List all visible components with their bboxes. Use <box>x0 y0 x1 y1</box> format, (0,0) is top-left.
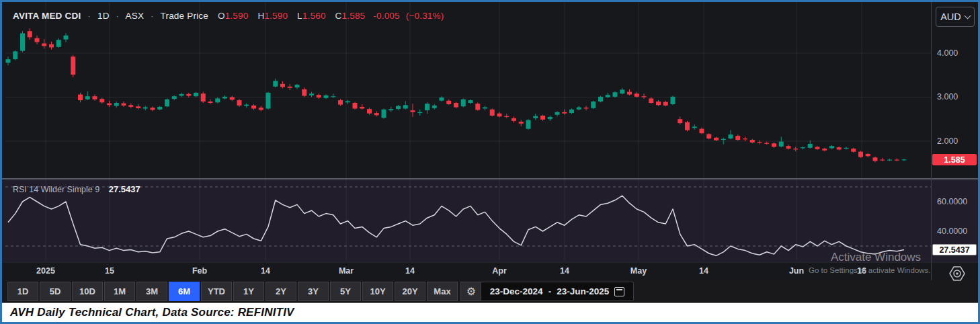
time-axis-label: 14 <box>405 262 415 280</box>
time-axis-label: Feb <box>192 262 207 280</box>
range-button-2y[interactable]: 2Y <box>266 282 296 301</box>
range-button-3m[interactable]: 3M <box>136 282 167 301</box>
price-axis-tick: 3.000 <box>937 92 958 102</box>
symbol-header[interactable]: AVITA MED CDI · 1D · ASX · Trade Price O… <box>13 11 444 23</box>
range-button-10y[interactable]: 10Y <box>362 282 393 301</box>
caption-band: AVH Daily Technical Chart, Data Source: … <box>2 302 978 322</box>
close-value: 1.585 <box>342 11 366 21</box>
separator-dot: · <box>151 11 154 21</box>
price-axis-divider <box>931 2 932 280</box>
pane-separator[interactable] <box>2 178 978 179</box>
range-button-6m[interactable]: 6M <box>169 282 200 301</box>
currency-dropdown[interactable]: AUD <box>936 7 975 27</box>
toolbar-overlay: 1D5D10D1M3M6MYTD1Y2Y3Y5Y10Y20YMax ⚙ 23-D… <box>2 280 978 302</box>
series-type-label: Trade Price <box>161 11 208 21</box>
time-axis-label: 14 <box>699 262 708 280</box>
close-label: C <box>335 11 342 21</box>
high-value: 1.590 <box>264 11 288 21</box>
price-axis-tick: 2.000 <box>937 136 958 146</box>
currency-label: AUD <box>940 11 961 22</box>
open-value: 1.590 <box>225 11 249 21</box>
time-axis-label: 16 <box>857 262 866 280</box>
range-button-20y[interactable]: 20Y <box>395 282 425 301</box>
rsi-label[interactable]: RSI 14 Wilder Simple 9 <box>13 185 99 194</box>
symbol-name[interactable]: AVITA MED CDI <box>13 11 81 21</box>
timezone-target-icon[interactable] <box>948 266 967 282</box>
range-button-10d[interactable]: 10D <box>72 282 103 301</box>
gear-icon: ⚙ <box>466 285 476 298</box>
time-axis-labels: 202515Feb14Mar14Apr14May14Jun16 <box>2 262 931 280</box>
time-axis-label: Jun <box>789 262 804 280</box>
time-axis-label: 14 <box>560 262 569 280</box>
time-axis-label: 15 <box>105 262 114 280</box>
change-value: -0.005 <box>373 11 399 21</box>
range-button-1y[interactable]: 1Y <box>233 282 264 301</box>
exchange-label[interactable]: ASX <box>126 11 145 21</box>
trading-chart-app: AVITA MED CDI · 1D · ASX · Trade Price O… <box>2 2 978 302</box>
date-range-picker[interactable]: 23-Dec-2024 - 23-Jun-2025 <box>481 282 634 301</box>
last-price-badge: 1.585 <box>932 154 977 165</box>
change-percent: (−0.31%) <box>406 11 444 21</box>
time-axis-label: Mar <box>339 262 354 280</box>
date-to: 23-Jun-2025 <box>557 286 609 296</box>
rsi-axis-tick: 60.0000 <box>937 197 967 206</box>
rsi-header[interactable]: RSI 14 Wilder Simple 9 27.5437 <box>13 184 140 194</box>
date-from: 23-Dec-2024 <box>490 286 543 296</box>
range-button-5d[interactable]: 5D <box>40 282 71 301</box>
open-label: O <box>218 11 225 21</box>
time-axis-label: 14 <box>261 262 270 280</box>
range-button-5y[interactable]: 5Y <box>330 282 361 301</box>
range-button-1m[interactable]: 1M <box>104 282 135 301</box>
calendar-icon <box>614 287 624 296</box>
rsi-axis-tick: 40.0000 <box>937 227 967 236</box>
high-label: H <box>257 11 264 21</box>
low-label: L <box>297 11 302 21</box>
range-button-group: 1D5D10D1M3M6MYTD1Y2Y3Y5Y10Y20YMax <box>7 282 458 301</box>
range-button-3y[interactable]: 3Y <box>298 282 329 301</box>
screenshot-root: AVITA MED CDI · 1D · ASX · Trade Price O… <box>0 0 980 324</box>
time-axis-label: May <box>630 262 647 280</box>
low-value: 1.560 <box>302 11 326 21</box>
separator-dot: · <box>87 11 91 21</box>
range-button-max[interactable]: Max <box>427 282 458 301</box>
price-axis-tick: 4.000 <box>937 48 958 58</box>
date-separator: - <box>548 286 552 296</box>
time-axis-label: Apr <box>492 262 507 280</box>
range-button-ytd[interactable]: YTD <box>201 282 232 301</box>
range-button-1d[interactable]: 1D <box>7 282 38 301</box>
chart-settings-button[interactable]: ⚙ <box>460 282 482 301</box>
caption-text: AVH Daily Technical Chart, Data Source: … <box>10 306 294 319</box>
time-axis-label: 2025 <box>36 262 55 280</box>
interval-label[interactable]: 1D <box>97 11 110 21</box>
chart-canvas[interactable] <box>5 2 931 262</box>
chevron-down-icon <box>964 13 971 19</box>
separator-dot: · <box>116 11 120 21</box>
rsi-value-badge: 27.5437 <box>932 244 977 255</box>
rsi-value: 27.5437 <box>109 184 140 194</box>
